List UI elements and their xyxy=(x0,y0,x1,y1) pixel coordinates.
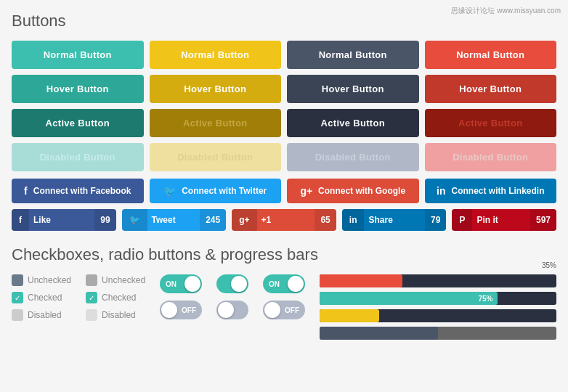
connect-facebook-label: Connect with Facebook xyxy=(33,186,131,196)
fb-share-label: Like xyxy=(29,209,94,231)
toggle-off-square[interactable]: OFF xyxy=(160,301,202,319)
checkbox-col-dark: Unchecked ✓ Checked Disabled xyxy=(12,274,71,321)
btn-connect-linkedin[interactable]: in Connect with Linkedin xyxy=(425,179,557,203)
checkbox-disabled-green: Disabled xyxy=(86,309,145,321)
watermark: 思缘设计论坛 www.missyuan.com xyxy=(451,6,561,16)
progress-bar-fill-dark xyxy=(320,327,438,340)
pi-share-icon: P xyxy=(452,209,472,231)
btn-red-hover[interactable]: Hover Button xyxy=(425,75,557,103)
pi-share-count: 597 xyxy=(530,209,556,231)
btn-connect-google[interactable]: g+ Connect with Google xyxy=(287,179,419,203)
toggle-round-off-row[interactable] xyxy=(216,301,248,319)
toggle-round-on-row[interactable] xyxy=(216,274,248,293)
gp-share-label: +1 xyxy=(257,209,315,231)
btn-yellow-disabled: Disabled Button xyxy=(150,143,282,171)
connect-linkedin-label: Connect with Linkedin xyxy=(451,186,544,196)
btn-yellow-normal[interactable]: Normal Button xyxy=(150,41,282,69)
toggle-on-label: ON xyxy=(166,280,177,288)
checkbox-disabled-dark: Disabled xyxy=(12,309,71,321)
progress-bar-bg-red xyxy=(320,274,556,287)
btn-yellow-hover[interactable]: Hover Button xyxy=(150,75,282,103)
btn-red-normal[interactable]: Normal Button xyxy=(425,41,557,69)
twitter-icon: 🐦 xyxy=(163,185,176,197)
progress-bar-dark xyxy=(320,327,556,340)
toggle-square2-off[interactable]: OFF xyxy=(263,301,305,319)
toggle-on2-knob xyxy=(288,276,304,292)
toggle-off2-knob xyxy=(264,302,280,318)
progress-teal-label: 75% xyxy=(479,295,493,303)
progress-bar-bg-dark xyxy=(320,327,556,340)
toggle-on-knob xyxy=(184,276,200,292)
progress-bar-red: 35% xyxy=(320,274,556,287)
li-share-icon: in xyxy=(342,209,365,231)
buttons-section: Buttons Normal Button Normal Button Norm… xyxy=(12,12,556,231)
btn-connect-facebook[interactable]: f Connect with Facebook xyxy=(12,179,144,203)
connect-google-label: Connect with Google xyxy=(318,186,405,196)
progress-bar-bg-teal: 75% xyxy=(320,292,556,305)
toggle-off2-label: OFF xyxy=(285,306,299,314)
checkbox-label-unchecked-green: Unchecked xyxy=(102,275,145,285)
btn-share-pinterest[interactable]: P Pin it 597 xyxy=(452,209,556,231)
progress-bar-fill-yellow xyxy=(320,309,378,322)
btn-green-hover[interactable]: Hover Button xyxy=(12,75,144,103)
toggle-on-square2[interactable]: ON xyxy=(263,274,305,293)
li-share-label: Share xyxy=(364,209,425,231)
fb-share-icon: f xyxy=(12,209,29,231)
btn-connect-twitter[interactable]: 🐦 Connect with Twitter xyxy=(150,179,282,203)
progress-bar-teal: 75% xyxy=(320,292,556,305)
checkbox-box-unchecked-dark[interactable] xyxy=(12,274,23,286)
checkbox-box-unchecked-green[interactable] xyxy=(86,274,97,286)
checkbox-checked-green[interactable]: ✓ Checked xyxy=(86,292,145,303)
social-buttons-grid: f Connect with Facebook 🐦 Connect with T… xyxy=(12,179,556,203)
checkbox-label-checked-dark: Checked xyxy=(28,293,62,303)
checkbox-unchecked-dark[interactable]: Unchecked xyxy=(12,274,71,286)
btn-blue-hover[interactable]: Hover Button xyxy=(287,75,419,103)
toggle-round-off-knob xyxy=(218,302,234,318)
toggle-on-square[interactable]: ON xyxy=(160,274,202,293)
toggle-square-on[interactable]: ON xyxy=(160,274,202,293)
btn-red-active[interactable]: Active Button xyxy=(425,109,557,137)
btn-share-facebook[interactable]: f Like 99 xyxy=(12,209,116,231)
btn-green-normal[interactable]: Normal Button xyxy=(12,41,144,69)
btn-red-disabled: Disabled Button xyxy=(425,143,557,171)
checkboxes-section: Checkboxes, radio buttons & progress bar… xyxy=(12,245,556,340)
li-share-count: 79 xyxy=(425,209,446,231)
btn-share-linkedin[interactable]: in Share 79 xyxy=(342,209,447,231)
tw-share-label: Tweet xyxy=(147,209,200,231)
connect-twitter-label: Connect with Twitter xyxy=(182,186,267,196)
checkbox-box-disabled-dark xyxy=(12,309,23,321)
tw-share-count: 245 xyxy=(200,209,226,231)
fb-share-count: 99 xyxy=(94,209,115,231)
checkbox-box-checked-green[interactable]: ✓ xyxy=(86,292,97,303)
share-buttons-grid: f Like 99 🐦 Tweet 245 g+ +1 65 in Share … xyxy=(12,209,556,231)
btn-share-google[interactable]: g+ +1 65 xyxy=(232,209,336,231)
toggle-col-square-2: ON OFF xyxy=(263,274,305,319)
checkbox-label-disabled-dark: Disabled xyxy=(28,310,62,320)
toggle-col-square-1: ON OFF xyxy=(160,274,202,319)
gp-share-count: 65 xyxy=(315,209,336,231)
checkbox-box-checked-dark[interactable]: ✓ xyxy=(12,292,23,303)
checkbox-unchecked-green[interactable]: Unchecked xyxy=(86,274,145,286)
checkbox-checked-dark[interactable]: ✓ Checked xyxy=(12,292,71,303)
gp-share-icon: g+ xyxy=(232,209,256,231)
toggle-square2-on[interactable]: ON xyxy=(263,274,305,293)
toggle-off-label: OFF xyxy=(182,306,196,314)
toggle-round-on[interactable] xyxy=(216,274,248,293)
buttons-grid: Normal Button Normal Button Normal Butto… xyxy=(12,41,556,171)
toggle-square-off[interactable]: OFF xyxy=(160,301,202,319)
checkbox-box-disabled-green xyxy=(86,309,97,321)
toggle-round-on-knob xyxy=(231,276,247,292)
btn-share-twitter[interactable]: 🐦 Tweet 245 xyxy=(122,209,227,231)
btn-green-active[interactable]: Active Button xyxy=(12,109,144,137)
checkbox-label-checked-green: Checked xyxy=(102,293,136,303)
btn-yellow-active[interactable]: Active Button xyxy=(150,109,282,137)
progress-bar-bg-yellow xyxy=(320,309,556,322)
btn-blue-normal[interactable]: Normal Button xyxy=(287,41,419,69)
btn-blue-active[interactable]: Active Button xyxy=(287,109,419,137)
btn-green-disabled: Disabled Button xyxy=(12,143,144,171)
toggle-round-off[interactable] xyxy=(216,301,248,319)
checks-toggles-row: Unchecked ✓ Checked Disabled Unchecked ✓… xyxy=(12,274,556,340)
progress-bar-fill-red xyxy=(320,274,402,287)
checkbox-col-green: Unchecked ✓ Checked Disabled xyxy=(86,274,145,321)
toggle-off-square2[interactable]: OFF xyxy=(263,301,305,319)
